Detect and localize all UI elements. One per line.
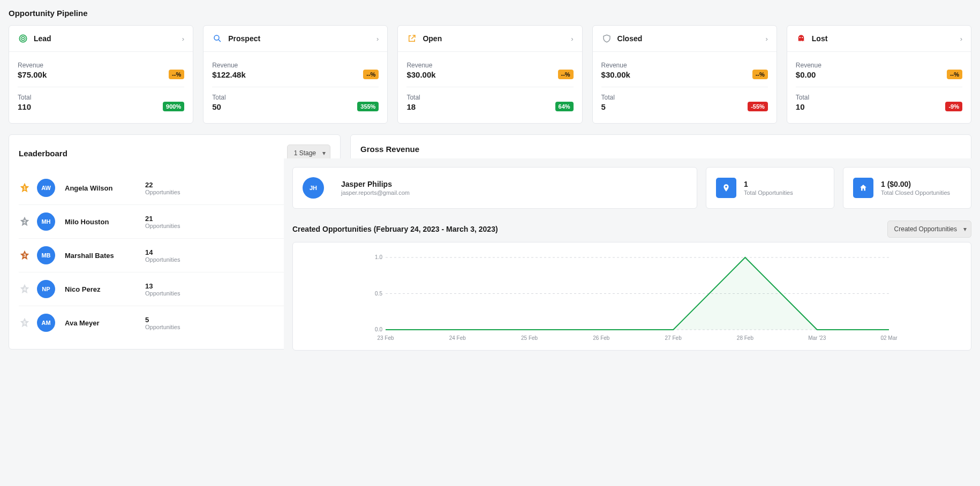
total-opportunities-label: Total Opportunities — [744, 189, 793, 196]
svg-text:Mar '23: Mar '23 — [808, 335, 826, 341]
svg-text:24 Feb: 24 Feb — [449, 335, 466, 341]
created-chart-card: 0.00.51.023 Feb24 Feb25 Feb26 Feb27 Feb2… — [292, 242, 971, 351]
total-closed-card: 1 ($0.00) Total Closed Opportunities — [843, 167, 971, 209]
chevron-right-icon: › — [960, 35, 962, 43]
rank-star-icon: 5 — [19, 317, 31, 329]
chevron-right-icon: › — [765, 35, 767, 43]
avatar: MB — [37, 246, 55, 264]
pipeline-card-open[interactable]: Open › Revenue $30.00k --% Total 18 64% — [397, 25, 582, 124]
rank-star-icon: 2 — [19, 216, 31, 227]
avatar: AW — [37, 179, 55, 197]
chevron-right-icon: › — [376, 35, 379, 43]
shield-icon — [601, 33, 612, 44]
pipeline-name: Lead — [34, 34, 182, 43]
avatar: MH — [37, 212, 55, 231]
leader-name: Marshall Bates — [65, 252, 145, 260]
created-chart-title: Created Opportunities (February 24, 2023… — [292, 225, 498, 233]
profile-card: JH Jasper Philips jasper.reports@gmail.c… — [292, 167, 697, 209]
total-badge: 900% — [163, 102, 184, 111]
rank-star-icon: 3 — [19, 249, 31, 261]
svg-text:3: 3 — [24, 253, 26, 258]
avatar: AM — [37, 314, 55, 332]
leaderboard-stage-label: 1 Stage — [294, 149, 316, 157]
pipeline-name: Open — [423, 34, 571, 43]
total-closed-label: Total Closed Opportunities — [881, 189, 950, 196]
svg-text:28 Feb: 28 Feb — [737, 335, 754, 341]
revenue-value: $122.48k — [212, 70, 246, 79]
pipeline-card-lead[interactable]: Lead › Revenue $75.00k --% Total 110 90 — [9, 25, 193, 124]
created-chart-select[interactable]: Created Opportunities ▾ — [887, 221, 971, 238]
created-chart-select-label: Created Opportunities — [894, 225, 957, 233]
profile-name: Jasper Philips — [341, 180, 410, 188]
chevron-right-icon: › — [571, 35, 573, 43]
total-value: 50 — [212, 102, 225, 111]
total-badge: 64% — [555, 102, 574, 111]
svg-text:1.0: 1.0 — [375, 254, 382, 260]
total-closed-value: 1 ($0.00) — [881, 180, 950, 188]
total-value: 10 — [796, 102, 809, 111]
revenue-label: Revenue — [796, 62, 821, 69]
svg-text:1: 1 — [24, 186, 26, 191]
chevron-right-icon: › — [182, 35, 184, 43]
pin-icon — [716, 178, 736, 198]
revenue-label: Revenue — [601, 62, 630, 69]
leader-name: Ava Meyer — [65, 319, 145, 327]
chevron-down-icon: ▾ — [963, 225, 967, 233]
rank-star-icon: 1 — [19, 182, 31, 194]
revenue-label: Revenue — [406, 62, 435, 69]
gross-revenue-title: Gross Revenue — [360, 145, 961, 154]
leader-name: Nico Perez — [65, 285, 145, 293]
total-value: 110 — [18, 102, 31, 111]
chevron-down-icon: ▾ — [322, 149, 326, 157]
home-icon — [853, 178, 873, 198]
created-opportunities-chart: 0.00.51.023 Feb24 Feb25 Feb26 Feb27 Feb2… — [303, 252, 961, 343]
pipeline-name: Closed — [617, 34, 766, 43]
revenue-value: $30.00k — [601, 70, 630, 79]
pipeline-card-lost[interactable]: Lost › Revenue $0.00 --% Total 10 -9% — [787, 25, 971, 124]
svg-text:02 Mar: 02 Mar — [880, 335, 898, 341]
pipeline-card-prospect[interactable]: Prospect › Revenue $122.48k --% Total 50 — [203, 25, 388, 124]
svg-point-3 — [214, 35, 219, 40]
avatar: NP — [37, 280, 55, 298]
total-value: 5 — [601, 102, 615, 111]
svg-text:27 Feb: 27 Feb — [665, 335, 682, 341]
svg-text:4: 4 — [24, 287, 26, 292]
svg-text:0.0: 0.0 — [375, 326, 382, 332]
leader-name: Milo Houston — [65, 218, 145, 226]
pipeline-card-closed[interactable]: Closed › Revenue $30.00k --% Total 5 -5 — [592, 25, 777, 124]
revenue-badge: --% — [752, 70, 768, 79]
total-badge: -55% — [748, 102, 768, 111]
revenue-label: Revenue — [212, 62, 246, 69]
target-icon — [18, 33, 28, 44]
leader-ops-count: 22 — [145, 181, 307, 189]
revenue-badge: --% — [947, 70, 962, 79]
search-icon — [212, 33, 223, 44]
rank-star-icon: 4 — [19, 283, 31, 295]
revenue-label: Revenue — [18, 62, 47, 69]
revenue-value: $75.00k — [18, 70, 47, 79]
total-opportunities-value: 1 — [744, 180, 793, 188]
total-opportunities-card: 1 Total Opportunities — [706, 167, 834, 209]
revenue-value: $30.00k — [406, 70, 435, 79]
revenue-value: $0.00 — [796, 70, 821, 79]
profile-email: jasper.reports@gmail.com — [341, 189, 410, 196]
profile-avatar: JH — [303, 177, 324, 199]
svg-text:5: 5 — [24, 321, 26, 325]
total-badge: 355% — [357, 102, 379, 111]
svg-text:25 Feb: 25 Feb — [521, 335, 538, 341]
ghost-icon — [796, 33, 806, 44]
pipeline-name: Prospect — [228, 34, 376, 43]
leader-name: Angela Wilson — [65, 184, 145, 192]
total-label: Total — [212, 94, 225, 101]
page-title: Opportunity Pipeline — [9, 9, 971, 18]
total-label: Total — [406, 94, 420, 101]
leader-ops-label: Opportunities — [145, 189, 307, 195]
svg-text:0.5: 0.5 — [375, 291, 382, 297]
total-value: 18 — [406, 102, 420, 111]
svg-point-2 — [22, 38, 24, 39]
pipeline-name: Lost — [812, 34, 960, 43]
svg-text:23 Feb: 23 Feb — [377, 335, 394, 341]
svg-text:26 Feb: 26 Feb — [593, 335, 610, 341]
total-badge: -9% — [945, 102, 962, 111]
total-label: Total — [601, 94, 615, 101]
